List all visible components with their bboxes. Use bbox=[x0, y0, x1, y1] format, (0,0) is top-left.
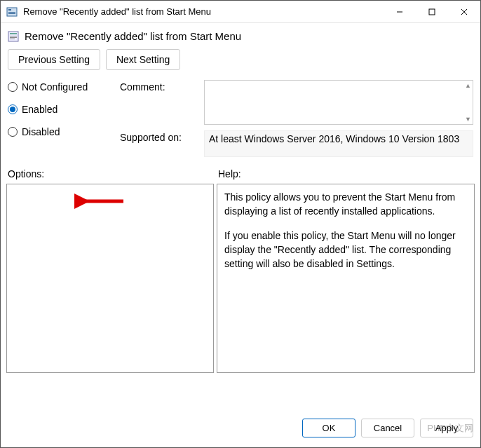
close-button[interactable] bbox=[448, 1, 480, 23]
previous-setting-button[interactable]: Previous Setting bbox=[8, 49, 100, 70]
radio-not-configured[interactable]: Not Configured bbox=[8, 81, 120, 93]
help-text-1: This policy allows you to prevent the St… bbox=[224, 190, 467, 219]
options-pane[interactable] bbox=[6, 184, 214, 373]
svg-rect-9 bbox=[10, 33, 17, 34]
policy-header: Remove "Recently added" list from Start … bbox=[1, 23, 480, 46]
cancel-button[interactable]: Cancel bbox=[361, 419, 414, 437]
apply-button[interactable]: Apply bbox=[420, 419, 473, 437]
titlebar: Remove "Recently added" list from Start … bbox=[1, 1, 480, 23]
app-icon bbox=[6, 6, 18, 18]
pane-labels: Options: Help: bbox=[1, 160, 480, 184]
policy-editor-window: Remove "Recently added" list from Start … bbox=[0, 0, 481, 448]
radio-icon bbox=[8, 104, 18, 114]
help-text-2: If you enable this policy, the Start Men… bbox=[224, 229, 467, 271]
radio-enabled[interactable]: Enabled bbox=[8, 104, 120, 115]
svg-rect-12 bbox=[10, 39, 15, 39]
help-pane: This policy allows you to prevent the St… bbox=[217, 184, 475, 373]
panes: This policy allows you to prevent the St… bbox=[1, 184, 480, 409]
supported-on-value: At least Windows Server 2016, Windows 10… bbox=[204, 130, 473, 157]
svg-rect-2 bbox=[8, 12, 15, 13]
minimize-button[interactable] bbox=[384, 1, 416, 23]
window-controls bbox=[384, 1, 480, 23]
scroll-down-icon: ▼ bbox=[465, 116, 471, 123]
svg-rect-5 bbox=[429, 9, 435, 15]
radio-icon bbox=[8, 127, 18, 137]
supported-on-label: Supported on: bbox=[120, 130, 204, 143]
radio-label: Enabled bbox=[22, 104, 57, 115]
ok-button[interactable]: OK bbox=[302, 419, 355, 437]
svg-rect-11 bbox=[10, 37, 17, 38]
comment-label: Comment: bbox=[120, 80, 204, 93]
svg-rect-1 bbox=[8, 9, 11, 11]
maximize-button[interactable] bbox=[416, 1, 448, 23]
policy-title: Remove "Recently added" list from Start … bbox=[25, 30, 241, 42]
footer: OK Cancel Apply PHP中文网 bbox=[1, 409, 480, 447]
svg-rect-3 bbox=[8, 13, 15, 14]
scroll-up-icon: ▲ bbox=[465, 82, 471, 89]
nav-buttons: Previous Setting Next Setting bbox=[1, 46, 480, 77]
help-label: Help: bbox=[218, 168, 241, 179]
options-label: Options: bbox=[8, 168, 218, 179]
radio-icon bbox=[8, 82, 18, 92]
radio-disabled[interactable]: Disabled bbox=[8, 126, 120, 137]
svg-rect-10 bbox=[10, 36, 17, 36]
radio-label: Disabled bbox=[22, 126, 60, 137]
comment-input[interactable]: ▲ ▼ bbox=[204, 80, 473, 125]
radio-label: Not Configured bbox=[22, 81, 88, 93]
config-area: Not Configured Enabled Disabled Comment: bbox=[1, 77, 480, 160]
policy-icon bbox=[8, 31, 19, 42]
window-title: Remove "Recently added" list from Start … bbox=[23, 6, 384, 17]
next-setting-button[interactable]: Next Setting bbox=[106, 49, 180, 70]
